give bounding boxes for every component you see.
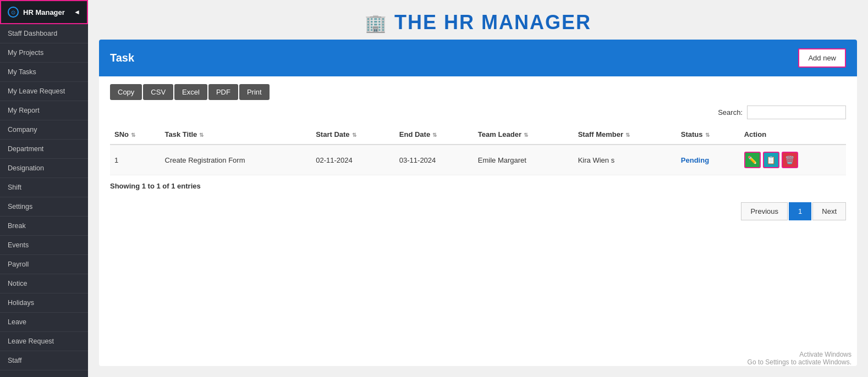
sort-icon: ⇅ — [625, 132, 630, 138]
cell-sno: 1 — [110, 145, 161, 175]
activate-windows-notice: Activate Windows Go to Settings to activ… — [748, 351, 851, 366]
col-team-leader[interactable]: Team Leader⇅ — [474, 125, 574, 145]
sort-icon: ⇅ — [524, 132, 528, 138]
sidebar-item-payroll[interactable]: Payroll — [0, 255, 88, 274]
toolbar: CopyCSVExcelPDFPrint — [99, 76, 857, 100]
edit-button[interactable]: ✏️ — [744, 152, 761, 168]
clock-icon: ⊙ — [8, 7, 19, 18]
sidebar-item-my-projects[interactable]: My Projects — [0, 43, 88, 63]
page-title: 🏢 THE HR MANAGER — [88, 11, 868, 34]
page-1-button[interactable]: 1 — [789, 202, 811, 220]
sidebar-header[interactable]: ⊙ HR Manager ◄ — [0, 0, 88, 24]
col-action[interactable]: Action — [740, 125, 846, 145]
sidebar-item-my-tasks[interactable]: My Tasks — [0, 63, 88, 82]
next-button[interactable]: Next — [812, 202, 846, 220]
print-button[interactable]: Print — [239, 84, 270, 100]
sidebar-item-settings[interactable]: Settings — [0, 197, 88, 217]
section-title: Task — [110, 52, 134, 64]
col-status[interactable]: Status⇅ — [677, 125, 740, 145]
copy-button[interactable]: Copy — [110, 84, 142, 100]
table-wrapper: SNo⇅Task Title⇅Start Date⇅End Date⇅Team … — [99, 125, 857, 175]
sidebar-item-staff-dashboard[interactable]: Staff Dashboard — [0, 24, 88, 43]
content-area: Task Add new CopyCSVExcelPDFPrint Search… — [99, 40, 857, 366]
col-start-date[interactable]: Start Date⇅ — [311, 125, 395, 145]
sidebar-item-department[interactable]: Department — [0, 140, 88, 159]
sidebar-item-company[interactable]: Company — [0, 120, 88, 140]
delete-button[interactable]: 🗑️ — [782, 152, 798, 168]
table-row: 1Create Registration Form02-11-202403-11… — [110, 145, 846, 175]
sidebar-item-shift[interactable]: Shift — [0, 178, 88, 197]
main-content: 🏢 THE HR MANAGER Task Add new CopyCSVExc… — [88, 0, 868, 377]
sidebar-item-staff-report[interactable]: Staff Report — [0, 370, 88, 377]
sidebar-item-events[interactable]: Events — [0, 236, 88, 255]
cell-status: Pending — [677, 145, 740, 175]
previous-button[interactable]: Previous — [741, 202, 788, 220]
excel-button[interactable]: Excel — [174, 84, 207, 100]
cell-action: ✏️📋🗑️ — [740, 145, 846, 175]
sidebar-item-leave[interactable]: Leave — [0, 313, 88, 332]
sidebar-item-leave-request[interactable]: Leave Request — [0, 332, 88, 351]
pdf-button[interactable]: PDF — [208, 84, 238, 100]
sort-icon: ⇅ — [199, 132, 204, 138]
sidebar-item-designation[interactable]: Designation — [0, 159, 88, 178]
showing-text: Showing 1 to 1 of 1 entries — [99, 175, 857, 197]
sidebar-item-notice[interactable]: Notice — [0, 274, 88, 293]
sort-icon: ⇅ — [432, 132, 437, 138]
view-button[interactable]: 📋 — [763, 152, 779, 168]
col-staff-member[interactable]: Staff Member⇅ — [574, 125, 677, 145]
cell-task-title: Create Registration Form — [161, 145, 312, 175]
cell-end-date: 03-11-2024 — [395, 145, 474, 175]
sort-icon: ⇅ — [352, 132, 356, 138]
sidebar-item-holidays[interactable]: Holidays — [0, 293, 88, 313]
col-end-date[interactable]: End Date⇅ — [395, 125, 474, 145]
cell-staff-member: Kira Wien s — [574, 145, 677, 175]
search-bar: Search: — [99, 100, 857, 125]
cell-team-leader: Emile Margaret — [474, 145, 574, 175]
tasks-table: SNo⇅Task Title⇅Start Date⇅End Date⇅Team … — [110, 125, 846, 175]
content-header: Task Add new — [99, 40, 857, 76]
cell-start-date: 02-11-2024 — [311, 145, 395, 175]
arrow-icon: ◄ — [74, 8, 80, 16]
search-label: Search: — [718, 108, 743, 117]
showing-range: 1 to 1 of 1 — [142, 182, 175, 190]
add-new-button[interactable]: Add new — [798, 48, 846, 68]
page-header: 🏢 THE HR MANAGER — [88, 0, 868, 40]
pagination: Previous 1 Next — [99, 197, 857, 226]
csv-button[interactable]: CSV — [143, 84, 173, 100]
sidebar: ⊙ HR Manager ◄ Staff DashboardMy Project… — [0, 0, 88, 377]
sort-icon: ⇅ — [705, 132, 710, 138]
sidebar-item-staff[interactable]: Staff — [0, 351, 88, 370]
building-icon: 🏢 — [365, 13, 388, 33]
search-input[interactable] — [747, 106, 846, 119]
col-task-title[interactable]: Task Title⇅ — [161, 125, 312, 145]
col-sno[interactable]: SNo⇅ — [110, 125, 161, 145]
sidebar-title: HR Manager — [23, 8, 65, 16]
sidebar-item-my-leave-request[interactable]: My Leave Request — [0, 82, 88, 101]
sidebar-item-break[interactable]: Break — [0, 217, 88, 236]
sort-icon: ⇅ — [131, 132, 135, 138]
sidebar-item-my-report[interactable]: My Report — [0, 101, 88, 120]
